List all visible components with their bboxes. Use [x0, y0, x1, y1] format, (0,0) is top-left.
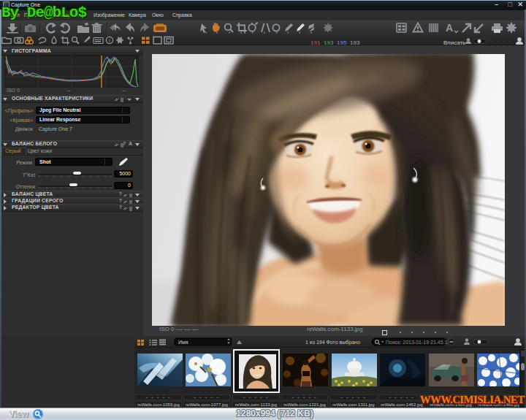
svg-text:191: 191 — [310, 39, 321, 45]
svg-text:193: 193 — [324, 39, 334, 45]
svg-text:A: A — [446, 22, 453, 34]
svg-text:193: 193 — [350, 39, 360, 45]
svg-text:195: 195 — [337, 39, 347, 45]
svg-text:Вписать: Вписать — [443, 39, 465, 45]
svg-text:1 из 194 Фото выбрано: 1 из 194 Фото выбрано — [305, 340, 360, 345]
svg-text:Имя: Имя — [178, 340, 188, 345]
svg-text:Поиск: 2013-01-19 21.45.18: Поиск: 2013-01-19 21.45.18 — [386, 340, 450, 345]
svg-text:i: i — [109, 37, 110, 44]
